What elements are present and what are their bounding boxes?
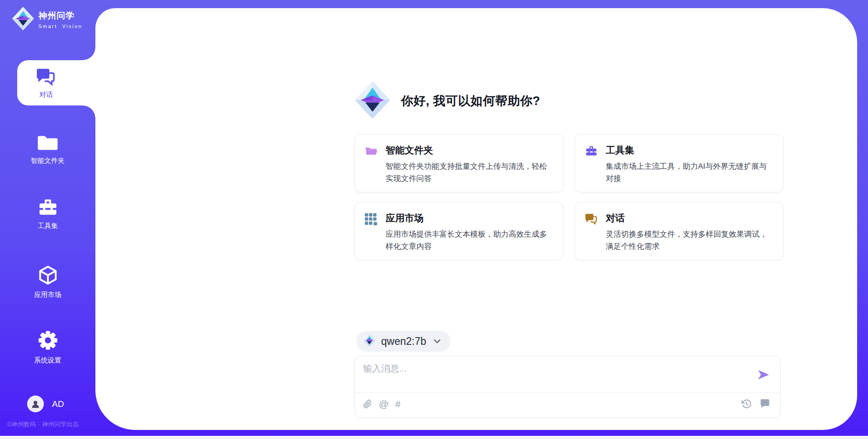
sidebar-item-label: 工具集 — [38, 222, 58, 230]
paperclip-icon[interactable] — [363, 399, 372, 409]
folder-icon — [37, 133, 58, 153]
card-app-market[interactable]: 应用市场 应用市场提供丰富长文本模板，助力高效生成多样化文章内容 — [354, 202, 563, 260]
model-diamond-logo-icon — [363, 334, 376, 349]
card-title: 对话 — [606, 212, 772, 224]
history-icon[interactable] — [741, 399, 752, 409]
main-panel: 你好, 我可以如何帮助你? 智能文件夹 智能文件夹功能支持批量文件上传与清洗，轻… — [95, 8, 857, 430]
card-title: 应用市场 — [386, 212, 552, 224]
sidebar-item-label: 对话 — [39, 91, 53, 99]
card-title: 智能文件夹 — [386, 144, 552, 157]
folder-open-icon — [365, 144, 378, 184]
tab-fillet-top — [83, 48, 95, 60]
briefcase-icon — [38, 198, 58, 218]
card-body: 工具集 集成市场上主流工具，助力AI与外界无缝扩展与对接 — [606, 144, 772, 184]
greeting-title: 你好, 我可以如何帮助你? — [401, 93, 540, 109]
card-chat[interactable]: 对话 灵活切换多模型文件，支持多样回复效果调试，满足个性化需求 — [575, 202, 783, 260]
sidebar: 神州问学 Smart Vision 对话 — [0, 0, 95, 439]
gear-icon — [38, 330, 58, 353]
message-input[interactable] — [363, 363, 747, 389]
card-smart-folder[interactable]: 智能文件夹 智能文件夹功能支持批量文件上传与清洗，轻松实现文件问答 — [354, 134, 563, 192]
user-row[interactable]: AD — [27, 396, 64, 412]
brand-name: 神州问学 — [38, 10, 82, 22]
card-toolset[interactable]: 工具集 集成市场上主流工具，助力AI与外界无缝扩展与对接 — [575, 134, 783, 192]
hashtag-icon[interactable]: # — [395, 398, 401, 410]
sidebar-item-smart-folder[interactable]: 智能文件夹 — [0, 133, 95, 165]
sidebar-item-label: 智能文件夹 — [31, 157, 65, 165]
card-body: 对话 灵活切换多模型文件，支持多样回复效果调试，满足个性化需求 — [606, 212, 772, 252]
feature-cards: 智能文件夹 智能文件夹功能支持批量文件上传与清洗，轻松实现文件问答 — [354, 134, 783, 260]
sidebar-item-label: 应用市场 — [34, 291, 61, 299]
brand-subtitle: Smart Vision — [38, 24, 82, 29]
brand-text: 神州问学 Smart Vision — [38, 10, 82, 29]
send-icon[interactable] — [757, 368, 770, 382]
grid-icon — [365, 212, 378, 252]
message-composer: @ # — [354, 356, 781, 418]
chat-bubbles-icon — [36, 68, 56, 88]
sidebar-item-chat-active[interactable]: 对话 — [17, 60, 96, 105]
greeting-block: 你好, 我可以如何帮助你? — [354, 81, 540, 121]
app-root: 你好, 我可以如何帮助你? 智能文件夹 智能文件夹功能支持批量文件上传与清洗，轻… — [0, 0, 868, 439]
copyright-text: ©神州数码 · 神州问学出品 — [7, 420, 79, 429]
chat-icon — [585, 212, 599, 252]
card-body: 智能文件夹 智能文件夹功能支持批量文件上传与清洗，轻松实现文件问答 — [386, 144, 552, 184]
horizontal-scrollbar[interactable] — [0, 436, 868, 439]
card-description: 智能文件夹功能支持批量文件上传与清洗，轻松实现文件问答 — [386, 161, 552, 185]
cube-icon — [38, 265, 58, 287]
user-initials: AD — [52, 399, 64, 409]
card-body: 应用市场 应用市场提供丰富长文本模板，助力高效生成多样化文章内容 — [386, 212, 552, 252]
tab-inner: 对话 — [17, 60, 75, 105]
card-description: 灵活切换多模型文件，支持多样回复效果调试，满足个性化需求 — [606, 229, 772, 253]
briefcase-icon — [585, 144, 599, 184]
sidebar-item-app-market[interactable]: 应用市场 — [0, 265, 95, 299]
chevron-down-icon — [434, 339, 441, 344]
card-description: 集成市场上主流工具，助力AI与外界无缝扩展与对接 — [606, 161, 772, 185]
composer-divider — [355, 392, 780, 393]
model-name: qwen2:7b — [381, 335, 426, 348]
composer-tools-left: @ # — [363, 398, 401, 410]
card-title: 工具集 — [606, 144, 772, 157]
model-selector[interactable]: qwen2:7b — [356, 331, 451, 352]
sidebar-item-label: 系统设置 — [34, 356, 61, 365]
sidebar-item-settings[interactable]: 系统设置 — [0, 330, 95, 365]
message-square-icon[interactable] — [759, 398, 770, 409]
brand-block: 神州问学 Smart Vision — [12, 6, 82, 33]
brand-diamond-logo-icon — [12, 6, 34, 33]
composer-tools-right — [741, 398, 770, 409]
brand-diamond-logo-icon — [354, 81, 391, 121]
mention-at-icon[interactable]: @ — [379, 398, 388, 410]
tab-fillet-bottom — [83, 105, 95, 118]
sidebar-item-toolset[interactable]: 工具集 — [0, 198, 95, 230]
card-description: 应用市场提供丰富长文本模板，助力高效生成多样化文章内容 — [386, 229, 552, 253]
avatar — [27, 396, 44, 412]
